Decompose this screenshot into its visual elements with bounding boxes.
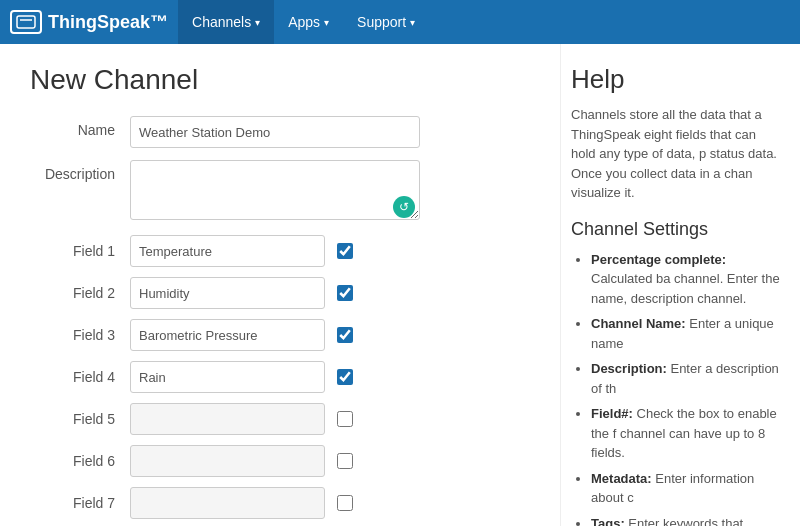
nav-apps-label: Apps (288, 14, 320, 30)
help-list-item: Metadata: Enter information about c (591, 469, 780, 508)
brand-name: ThingSpeak™ (48, 12, 168, 33)
channels-caret-icon: ▾ (255, 17, 260, 28)
left-panel: New Channel Name Description ↺ Field 1Fi… (0, 44, 560, 526)
name-field-group: Name (30, 116, 530, 148)
nav-support[interactable]: Support ▾ (343, 0, 429, 44)
field-7-input[interactable] (130, 487, 325, 519)
apps-caret-icon: ▾ (324, 17, 329, 28)
brand-logo[interactable]: ThingSpeak™ (10, 10, 168, 34)
help-list-item: Percentage complete: Calculated ba chann… (591, 250, 780, 309)
description-icon[interactable]: ↺ (393, 196, 415, 218)
field-4-input[interactable] (130, 361, 325, 393)
logo-icon (10, 10, 42, 34)
description-label: Description (30, 160, 130, 182)
description-textarea-wrapper: ↺ (130, 160, 420, 223)
page-title: New Channel (30, 64, 530, 96)
main-content: New Channel Name Description ↺ Field 1Fi… (0, 44, 800, 526)
description-field-group: Description ↺ (30, 160, 530, 223)
help-list: Percentage complete: Calculated ba chann… (571, 250, 780, 527)
field-3-input[interactable] (130, 319, 325, 351)
field-row: Field 6 (30, 445, 530, 477)
field-rows-container: Field 1Field 2Field 3Field 4Field 5Field… (30, 235, 530, 519)
field-7-checkbox[interactable] (337, 495, 353, 511)
field-3-label: Field 3 (30, 327, 130, 343)
field-2-input[interactable] (130, 277, 325, 309)
field-row: Field 1 (30, 235, 530, 267)
svg-rect-0 (17, 16, 35, 28)
field-row: Field 7 (30, 487, 530, 519)
field-7-label: Field 7 (30, 495, 130, 511)
field-1-checkbox[interactable] (337, 243, 353, 259)
nav-channels[interactable]: Channels ▾ (178, 0, 274, 44)
help-section-title: Channel Settings (571, 219, 780, 240)
field-5-input[interactable] (130, 403, 325, 435)
nav-channels-label: Channels (192, 14, 251, 30)
nav-apps[interactable]: Apps ▾ (274, 0, 343, 44)
right-panel: Help Channels store all the data that a … (560, 44, 800, 526)
description-textarea[interactable] (130, 160, 420, 220)
field-2-label: Field 2 (30, 285, 130, 301)
field-5-checkbox[interactable] (337, 411, 353, 427)
field-row: Field 2 (30, 277, 530, 309)
help-list-item: Tags: Enter keywords that identify th (591, 514, 780, 527)
help-title: Help (571, 64, 780, 95)
field-row: Field 5 (30, 403, 530, 435)
field-3-checkbox[interactable] (337, 327, 353, 343)
help-list-item: Channel Name: Enter a unique name (591, 314, 780, 353)
name-input[interactable] (130, 116, 420, 148)
field-6-input[interactable] (130, 445, 325, 477)
navbar: ThingSpeak™ Channels ▾ Apps ▾ Support ▾ (0, 0, 800, 44)
support-caret-icon: ▾ (410, 17, 415, 28)
field-row: Field 3 (30, 319, 530, 351)
help-list-item: Description: Enter a description of th (591, 359, 780, 398)
help-intro: Channels store all the data that a Thing… (571, 105, 780, 203)
field-4-checkbox[interactable] (337, 369, 353, 385)
field-4-label: Field 4 (30, 369, 130, 385)
field-1-input[interactable] (130, 235, 325, 267)
field-6-label: Field 6 (30, 453, 130, 469)
name-label: Name (30, 116, 130, 138)
nav-support-label: Support (357, 14, 406, 30)
field-5-label: Field 5 (30, 411, 130, 427)
field-1-label: Field 1 (30, 243, 130, 259)
field-row: Field 4 (30, 361, 530, 393)
field-6-checkbox[interactable] (337, 453, 353, 469)
field-2-checkbox[interactable] (337, 285, 353, 301)
help-list-item: Field#: Check the box to enable the f ch… (591, 404, 780, 463)
